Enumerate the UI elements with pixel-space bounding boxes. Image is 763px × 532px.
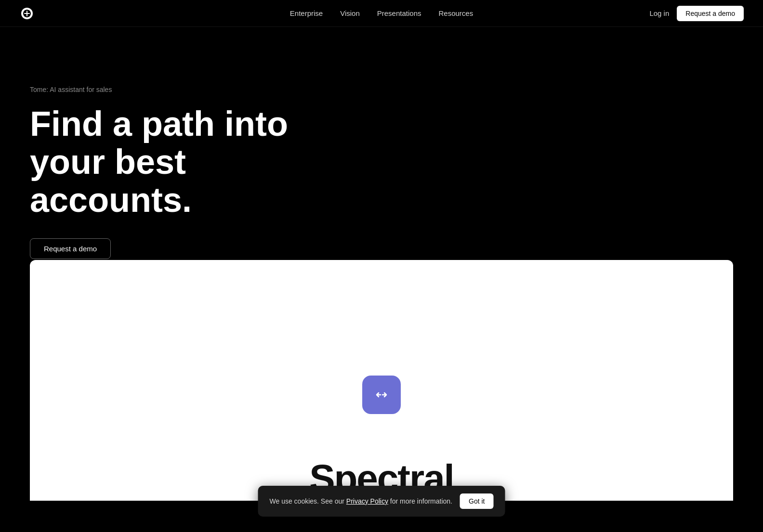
nav-right: Log in Request a demo <box>649 6 744 21</box>
hero-headline: Find a path into your best accounts. <box>30 105 319 220</box>
cookie-banner: We use cookies. See our Privacy Policy f… <box>258 486 505 517</box>
hero-section: Tome: AI assistant for sales Find a path… <box>0 0 763 260</box>
nav-request-demo-button[interactable]: Request a demo <box>677 6 744 21</box>
nav-links: Enterprise Vision Presentations Resource… <box>290 9 473 17</box>
hero-request-demo-button[interactable]: Request a demo <box>30 238 111 259</box>
navbar: Enterprise Vision Presentations Resource… <box>0 0 763 27</box>
got-it-button[interactable]: Got it <box>460 493 493 509</box>
hero-eyebrow: Tome: AI assistant for sales <box>30 86 733 93</box>
app-icon <box>362 376 401 414</box>
privacy-policy-link[interactable]: Privacy Policy <box>346 497 388 505</box>
nav-presentations[interactable]: Presentations <box>377 9 421 17</box>
content-section: Spectral <box>30 260 733 501</box>
cookie-text: We use cookies. See our Privacy Policy f… <box>270 497 452 505</box>
logo[interactable] <box>19 6 35 21</box>
nav-vision[interactable]: Vision <box>340 9 360 17</box>
nav-resources[interactable]: Resources <box>439 9 474 17</box>
login-link[interactable]: Log in <box>649 9 669 17</box>
nav-enterprise[interactable]: Enterprise <box>290 9 323 17</box>
